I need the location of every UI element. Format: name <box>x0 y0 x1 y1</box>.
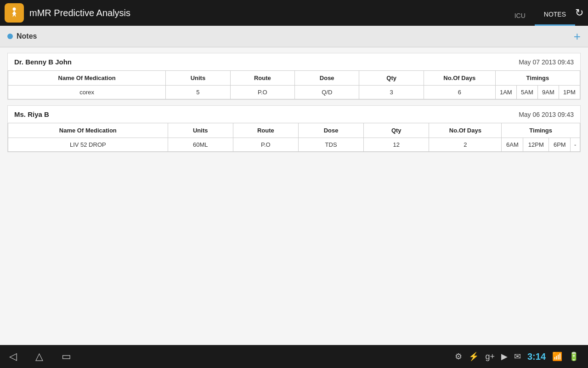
header-dose: Dose <box>295 71 359 86</box>
patient-name-2: Ms. Riya B <box>14 110 49 118</box>
tab-notes[interactable]: NOTES <box>535 0 575 26</box>
refresh-icon[interactable]: ↻ <box>575 7 583 19</box>
med-units: 5 <box>166 86 230 99</box>
med-qty: 3 <box>359 86 424 99</box>
home-button[interactable]: △ <box>35 351 43 362</box>
med-qty-2: 12 <box>364 138 429 152</box>
patient-header-2: Ms. Riya B May 06 2013 09:43 <box>8 106 580 123</box>
header-units-2: Units <box>168 123 233 138</box>
med-nodays-2: 2 <box>429 138 502 152</box>
med-units-2: 60ML <box>168 138 233 152</box>
header-nodays: No.Of Days <box>424 71 495 86</box>
svg-point-0 <box>13 7 16 11</box>
med-timing-4: 1PM <box>559 86 580 99</box>
patient-header-1: Dr. Benny B John May 07 2013 09:43 <box>8 53 580 70</box>
main-content: Notes + Dr. Benny B John May 07 2013 09:… <box>0 26 588 345</box>
header-qty: Qty <box>359 71 424 86</box>
add-note-button[interactable]: + <box>574 30 581 42</box>
header-name: Name Of Medication <box>8 71 166 86</box>
header-route: Route <box>230 71 294 86</box>
app-title: mMR Predictive Analysis <box>29 8 505 18</box>
med-timing2-2: 12PM <box>523 138 549 152</box>
table-row-2: LIV 52 DROP 60ML P.O TDS 12 2 6AM 12PM 6… <box>8 138 580 152</box>
med-route: P.O <box>230 86 294 99</box>
med-timing2-1: 6AM <box>502 138 523 152</box>
google-plus-icon: g+ <box>485 352 495 362</box>
med-timing-3: 9AM <box>537 86 559 99</box>
table-header-row-2: Name Of Medication Units Route Dose Qty … <box>8 123 580 138</box>
recents-button[interactable]: ▭ <box>62 351 71 362</box>
notes-title-group: Notes <box>7 32 37 40</box>
patient-date-1: May 07 2013 09:43 <box>519 58 574 66</box>
patient-date-2: May 06 2013 09:43 <box>519 111 574 118</box>
header-timings: Timings <box>495 71 580 86</box>
header-units: Units <box>166 71 230 86</box>
patient-name-1: Dr. Benny B John <box>14 58 72 66</box>
header-qty-2: Qty <box>364 123 429 138</box>
notes-dot-indicator <box>7 34 13 39</box>
header-dose-2: Dose <box>298 123 363 138</box>
med-timing-1: 1AM <box>495 86 516 99</box>
usb-icon: ⚡ <box>469 351 479 362</box>
store-icon: ▶ <box>501 351 508 362</box>
header-timings-2: Timings <box>502 123 580 138</box>
medication-table-2: Name Of Medication Units Route Dose Qty … <box>8 123 580 152</box>
back-button[interactable]: ◁ <box>9 351 17 362</box>
android-bar: ◁ △ ▭ ⚙ ⚡ g+ ▶ ✉ 3:14 📶 🔋 <box>0 345 588 368</box>
tab-icu[interactable]: ICU <box>505 0 535 26</box>
time-display: 3:14 <box>527 351 546 362</box>
table-row: corex 5 P.O Q/D 3 6 1AM 5AM 9AM 1PM <box>8 86 580 99</box>
notes-header: Notes + <box>0 26 588 47</box>
header-name-2: Name Of Medication <box>8 123 168 138</box>
med-name-2: LIV 52 DROP <box>8 138 168 152</box>
header-route-2: Route <box>233 123 298 138</box>
med-timing-2: 5AM <box>516 86 537 99</box>
med-timing2-3: 6PM <box>549 138 571 152</box>
wifi-icon: 📶 <box>552 351 562 362</box>
patient-section-2: Ms. Riya B May 06 2013 09:43 Name Of Med… <box>7 105 581 152</box>
header-nodays-2: No.Of Days <box>429 123 502 138</box>
med-route-2: P.O <box>233 138 298 152</box>
medication-table-1: Name Of Medication Units Route Dose Qty … <box>8 70 580 99</box>
patient-section-1: Dr. Benny B John May 07 2013 09:43 Name … <box>7 53 581 100</box>
android-nav: ◁ △ ▭ <box>9 351 71 362</box>
med-nodays: 6 <box>424 86 495 99</box>
klouddata-logo-icon <box>8 6 21 19</box>
table-header-row: Name Of Medication Units Route Dose Qty … <box>8 71 580 86</box>
med-timing2-4: - <box>571 138 580 152</box>
med-name: corex <box>8 86 166 99</box>
nav-tabs: ICU NOTES <box>505 0 575 26</box>
med-dose: Q/D <box>295 86 359 99</box>
android-status-icon-1: ⚙ <box>455 351 462 362</box>
android-status: ⚙ ⚡ g+ ▶ ✉ 3:14 📶 🔋 <box>455 351 579 362</box>
app-logo <box>5 3 24 23</box>
notes-title: Notes <box>17 32 37 40</box>
topbar: mMR Predictive Analysis ICU NOTES ↻ <box>0 0 588 26</box>
med-dose-2: TDS <box>298 138 363 152</box>
gmail-icon: ✉ <box>514 351 521 362</box>
battery-icon: 🔋 <box>569 351 579 362</box>
